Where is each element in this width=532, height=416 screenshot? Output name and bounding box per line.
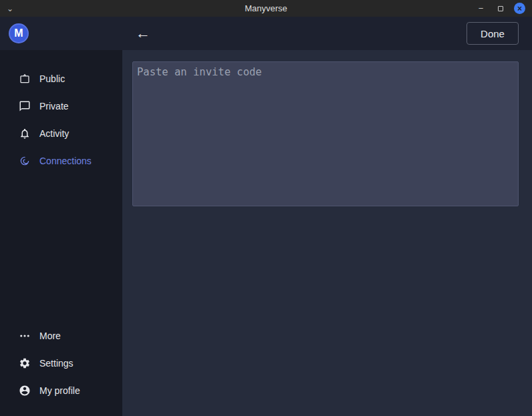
app-header: M ← Done xyxy=(0,17,532,50)
gear-icon xyxy=(19,357,31,369)
sidebar-item-label: Connections xyxy=(39,156,92,166)
sidebar-item-more[interactable]: More xyxy=(0,322,122,349)
sidebar-item-private[interactable]: Private xyxy=(0,92,122,120)
window-title: Manyverse xyxy=(0,3,532,13)
manyverse-window: ⌄ Manyverse − × M ← Done Public xyxy=(0,0,532,416)
back-button[interactable]: ← xyxy=(136,26,150,41)
minimize-button[interactable]: − xyxy=(475,3,487,14)
sidebar-item-settings[interactable]: Settings xyxy=(0,349,122,377)
window-menu-chevron-icon[interactable]: ⌄ xyxy=(7,5,13,13)
restore-icon xyxy=(498,6,503,11)
close-button[interactable]: × xyxy=(514,3,525,14)
dots-icon xyxy=(19,330,31,342)
sidebar-item-label: Activity xyxy=(39,128,69,139)
sidebar-item-my-profile[interactable]: My profile xyxy=(0,377,122,404)
bulletin-board-icon xyxy=(19,73,31,85)
titlebar: ⌄ Manyverse − × xyxy=(0,0,532,17)
sidebar-item-label: My profile xyxy=(39,385,80,396)
sidebar-item-public[interactable]: Public xyxy=(0,65,122,92)
window-controls: − × xyxy=(475,3,525,14)
sidebar-item-label: Settings xyxy=(39,358,74,369)
sidebar-item-connections[interactable]: Connections xyxy=(0,147,122,174)
account-circle-icon xyxy=(19,385,31,397)
content-row: Public Private Activity xyxy=(0,50,532,416)
done-button[interactable]: Done xyxy=(467,22,519,45)
sidebar-item-activity[interactable]: Activity xyxy=(0,120,122,147)
invite-code-input[interactable] xyxy=(132,61,519,206)
bell-icon xyxy=(19,128,31,140)
manyverse-logo: M xyxy=(9,23,29,43)
sidebar-item-label: More xyxy=(39,331,61,341)
swirl-icon xyxy=(19,155,31,167)
sidebar-item-label: Private xyxy=(39,101,69,112)
sidebar-item-label: Public xyxy=(39,73,65,84)
sidebar-bottom: More Settings My xyxy=(0,322,122,416)
message-square-icon xyxy=(19,100,31,112)
sidebar: Public Private Activity xyxy=(0,50,122,416)
restore-button[interactable] xyxy=(495,3,506,14)
main-panel xyxy=(122,50,532,416)
header-left: M xyxy=(0,23,122,43)
